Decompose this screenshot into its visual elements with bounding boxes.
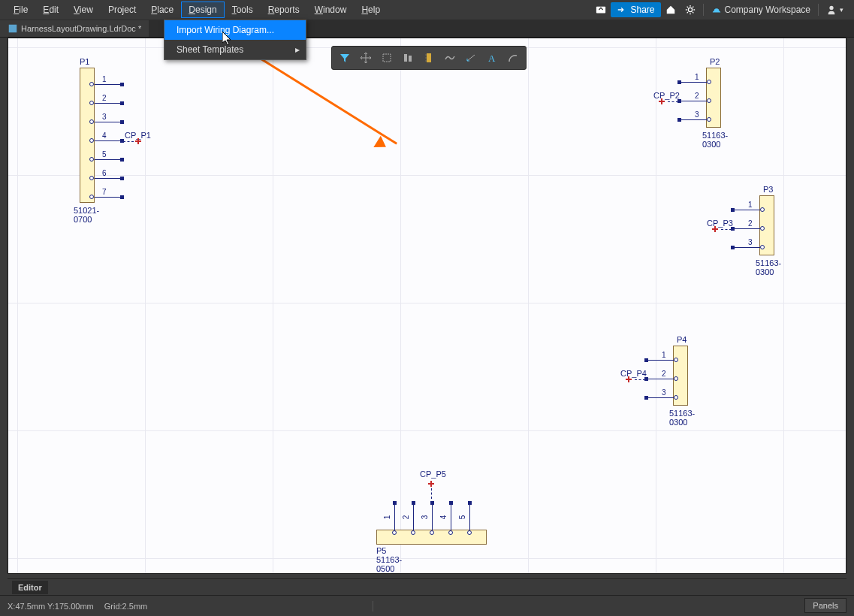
menu-bar: File Edit View Project Place Design Tool… (0, 0, 854, 20)
canvas-area[interactable]: A P1 1 2 3 4 5 6 7 51021-0700 CP_P1 P2 (8, 38, 846, 574)
mouse-cursor (222, 32, 234, 49)
design-dropdown: Import Wiring Diagram... Sheet Templates… (164, 20, 306, 60)
panels-button[interactable]: Panels (804, 598, 846, 613)
document-tab[interactable]: HarnessLayoutDrawing.LdrDoc * (0, 20, 149, 37)
menu-place[interactable]: Place (143, 2, 181, 18)
settings-button[interactable] (680, 3, 700, 17)
workspace-label: Company Workspace (725, 5, 811, 15)
editor-bar: Editor (8, 578, 846, 595)
align-tool[interactable] (397, 49, 418, 67)
svg-rect-3 (9, 24, 17, 32)
menu-window[interactable]: Window (307, 2, 355, 18)
user-avatar[interactable]: ▾ (822, 3, 848, 17)
menu-design[interactable]: Design (181, 2, 224, 18)
filter-tool[interactable] (334, 49, 355, 67)
svg-text:A: A (488, 53, 496, 64)
svg-rect-7 (427, 53, 431, 62)
text-tool[interactable]: A (481, 49, 502, 67)
menu-project[interactable]: Project (101, 2, 143, 18)
menu-sheet-templates[interactable]: Sheet Templates ▸ (164, 40, 306, 59)
menu-view[interactable]: View (66, 2, 101, 18)
menu-edit[interactable]: Edit (35, 2, 66, 18)
workspace-button[interactable]: Company Workspace (707, 3, 816, 17)
share-button[interactable]: Share (611, 2, 660, 17)
menu-import-wiring-diagram[interactable]: Import Wiring Diagram... (164, 20, 306, 40)
home-button[interactable] (661, 3, 680, 17)
svg-rect-6 (409, 56, 412, 62)
tab-bar: HarnessLayoutDrawing.LdrDoc * (0, 20, 854, 38)
status-grid: Grid:2.5mm (104, 602, 147, 611)
select-tool[interactable] (376, 49, 397, 67)
floating-toolbar: A (331, 46, 527, 70)
wire-tool[interactable] (439, 49, 460, 67)
connector-tool[interactable] (418, 49, 439, 67)
status-coord: X:47.5mm Y:175.00mm (8, 602, 94, 611)
move-tool[interactable] (355, 49, 376, 67)
svg-rect-5 (404, 54, 407, 62)
tab-label: HarnessLayoutDrawing.LdrDoc * (21, 24, 141, 33)
dimension-tool[interactable] (460, 49, 481, 67)
menu-tools[interactable]: Tools (225, 2, 261, 18)
menu-file[interactable]: File (6, 2, 35, 18)
arc-tool[interactable] (502, 49, 524, 67)
status-bar: X:47.5mm Y:175.00mm Grid:2.5mm (0, 595, 854, 616)
notification-button[interactable] (591, 3, 611, 17)
submenu-arrow-icon: ▸ (295, 44, 300, 55)
svg-point-2 (829, 6, 833, 10)
share-label: Share (630, 5, 654, 15)
svg-rect-4 (383, 54, 391, 62)
editor-label[interactable]: Editor (12, 581, 48, 594)
svg-point-1 (688, 8, 692, 11)
menu-help[interactable]: Help (354, 2, 388, 18)
menu-reports[interactable]: Reports (261, 2, 307, 18)
